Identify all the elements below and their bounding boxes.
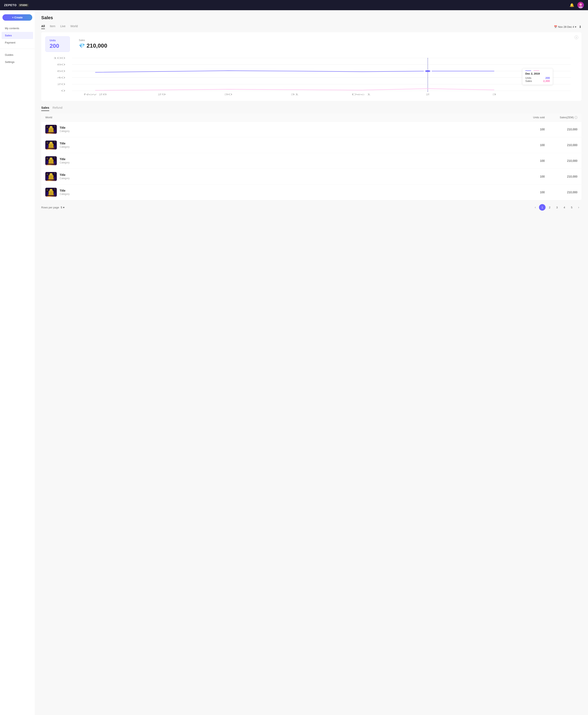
pagination-page-1[interactable]: 1 [539, 204, 546, 211]
rows-per-page-select[interactable]: 5 ▾ [61, 206, 64, 209]
product-title: Title [60, 158, 70, 161]
tab-world[interactable]: World [70, 24, 78, 29]
tooltip-units-value: 200 [545, 76, 550, 80]
table-row: Title Category 100 210,000 [41, 153, 582, 169]
svg-text:30: 30 [224, 93, 232, 96]
pagination-page-3[interactable]: 3 [554, 204, 560, 211]
page-title: Sales [41, 15, 582, 20]
table-row: Title Category 100 210,000 [41, 184, 582, 200]
svg-rect-28 [50, 126, 52, 127]
section-tab-sales[interactable]: Sales [41, 106, 49, 111]
svg-rect-32 [54, 130, 56, 132]
product-thumbnail [45, 125, 57, 134]
svg-rect-55 [50, 173, 52, 175]
units-sold-value: 100 [512, 128, 545, 131]
tooltip-sales-label: Sales [525, 80, 532, 83]
svg-point-30 [54, 125, 56, 127]
notification-icon[interactable]: 🔔 [570, 3, 574, 7]
tabs-right: 📅 Nov 28 Dec 4 ▾ ⬇ [554, 25, 582, 29]
date-range-text: Nov 28 Dec 4 [558, 25, 574, 28]
svg-rect-49 [46, 161, 48, 164]
studio-badge: STUDIO [18, 4, 28, 7]
tooltip-units-row: Units 200 [525, 76, 550, 80]
pagination-row: Rows per page 5 ▾ ‹ 1 2 3 4 5 › [41, 200, 582, 213]
svg-text:Nov 28: Nov 28 [84, 93, 107, 96]
header: ZEPETO STUDIO 🔔 [0, 0, 588, 10]
sidebar: + Create My contents Sales Payment Guide… [0, 10, 35, 715]
svg-rect-63 [49, 190, 53, 191]
pagination-page-4[interactable]: 4 [561, 204, 568, 211]
svg-rect-40 [46, 145, 48, 148]
tabs-left: All Item Live World [41, 24, 78, 29]
svg-rect-46 [50, 158, 52, 159]
chart-container: 100 80 60 40 20 0 Nov 28 29 30 31 Dec 1 … [45, 56, 578, 97]
svg-point-48 [54, 157, 56, 158]
sidebar-item-payment[interactable]: Payment [2, 39, 33, 46]
svg-rect-67 [46, 192, 48, 195]
sales-zem-value: 210,000 [545, 175, 578, 178]
svg-rect-31 [46, 129, 48, 132]
product-title: Title [60, 173, 70, 177]
product-info: Title Category [60, 158, 70, 164]
svg-text:31: 31 [291, 93, 299, 96]
sales-stat-box: Sales 💎 210,000 [75, 36, 111, 52]
sales-zem-value: 210,000 [545, 159, 578, 162]
product-info: Title Category [60, 142, 70, 148]
product-cell: Title Category [45, 141, 512, 149]
sidebar-item-guides[interactable]: Guides [2, 51, 33, 58]
tab-all[interactable]: All [41, 24, 45, 29]
svg-text:100: 100 [53, 57, 65, 59]
download-button[interactable]: ⬇ [579, 25, 582, 29]
sales-zem-info-icon[interactable]: i [574, 116, 578, 119]
svg-point-29 [46, 126, 48, 128]
product-cell: Title Category [45, 156, 512, 165]
units-stat-box: Units 200 [45, 36, 70, 52]
sales-zem-value: 210,000 [545, 128, 578, 131]
tab-item[interactable]: Item [50, 24, 55, 29]
svg-rect-37 [50, 142, 52, 143]
units-sold-value: 100 [512, 175, 545, 178]
svg-rect-58 [46, 176, 48, 179]
units-sold-value: 100 [512, 143, 545, 147]
svg-text:2: 2 [426, 93, 430, 96]
product-category: Category [60, 177, 70, 180]
date-range-selector[interactable]: 📅 Nov 28 Dec 4 ▾ [554, 25, 576, 28]
sidebar-item-sales[interactable]: Sales [2, 32, 33, 39]
table-header: World Units sold Sales(ZEM) i [41, 114, 582, 122]
pagination-page-5[interactable]: 5 [568, 204, 575, 211]
product-info: Title Category [60, 189, 70, 196]
table-row: Title Category 100 210,000 [41, 137, 582, 153]
sales-table: World Units sold Sales(ZEM) i [41, 114, 582, 200]
svg-point-39 [54, 141, 56, 143]
tab-live[interactable]: Live [60, 24, 65, 29]
section-tab-refund[interactable]: Refund [52, 106, 62, 111]
sidebar-divider [0, 48, 35, 49]
pagination: ‹ 1 2 3 4 5 › [532, 204, 582, 211]
product-title: Title [60, 126, 70, 129]
svg-rect-54 [49, 174, 53, 176]
svg-text:0: 0 [61, 89, 65, 92]
tooltip-units-label: Units [525, 76, 531, 80]
units-value: 200 [49, 43, 65, 49]
product-info: Title Category [60, 126, 70, 132]
thumb-image [45, 188, 57, 197]
svg-rect-68 [54, 192, 56, 195]
filter-tabs: All Item Live World 📅 Nov 28 Dec 4 ▾ ⬇ [41, 24, 582, 29]
product-thumbnail [45, 172, 57, 181]
tooltip-sales-value: 2,300 [543, 80, 550, 83]
avatar[interactable] [578, 2, 584, 8]
rows-per-page: Rows per page 5 ▾ [41, 206, 64, 209]
sidebar-item-my-contents[interactable]: My contents [2, 25, 33, 32]
chart-info-icon[interactable]: i [574, 36, 578, 39]
pagination-page-2[interactable]: 2 [546, 204, 553, 211]
rows-per-page-label: Rows per page [41, 206, 59, 209]
chart-tooltip: Dec 2, 2019 Units 200 Sales 2,300 [522, 68, 553, 85]
svg-text:Dec 1: Dec 1 [352, 93, 371, 96]
pagination-prev[interactable]: ‹ [532, 204, 538, 210]
pagination-next[interactable]: › [576, 204, 582, 210]
create-button[interactable]: + Create [2, 14, 32, 21]
svg-point-47 [46, 158, 48, 160]
sidebar-item-settings[interactable]: Settings [2, 58, 33, 66]
svg-rect-64 [50, 189, 52, 190]
calendar-icon: 📅 [554, 25, 557, 28]
